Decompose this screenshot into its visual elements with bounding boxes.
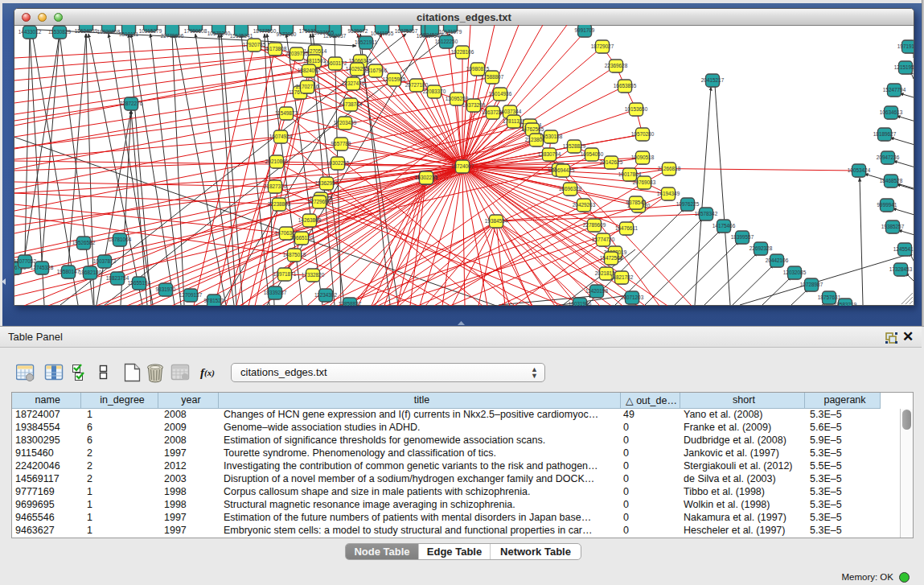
svg-text:18339287: 18339287 — [264, 290, 287, 295]
svg-text:18578342: 18578342 — [695, 211, 718, 216]
svg-text:22872276: 22872276 — [120, 101, 143, 106]
svg-text:18971871: 18971871 — [273, 271, 297, 277]
svg-text:11420198: 11420198 — [585, 288, 608, 294]
svg-text:22327476: 22327476 — [342, 80, 365, 86]
svg-text:18777560: 18777560 — [253, 28, 277, 34]
svg-text:10728987: 10728987 — [800, 282, 823, 287]
svg-text:15302275: 15302275 — [415, 175, 438, 180]
svg-text:12745328: 12745328 — [31, 265, 54, 270]
svg-text:15624039: 15624039 — [75, 28, 98, 34]
svg-text:20442106: 20442106 — [766, 257, 789, 263]
svg-text:16603172: 16603172 — [324, 60, 347, 66]
svg-text:17920785: 17920785 — [243, 42, 266, 47]
svg-text:18468528: 18468528 — [880, 178, 903, 183]
svg-text:9378543: 9378543 — [626, 200, 647, 205]
svg-text:9810111: 9810111 — [119, 31, 138, 37]
svg-text:14433012: 14433012 — [18, 29, 42, 35]
svg-text:11530829: 11530829 — [48, 29, 71, 35]
svg-text:16014936: 16014936 — [489, 91, 512, 97]
svg-text:20429263: 20429263 — [573, 202, 596, 208]
svg-text:10976225: 10976225 — [676, 201, 700, 207]
svg-text:22692328: 22692328 — [749, 245, 773, 251]
svg-text:10153650: 10153650 — [625, 106, 648, 112]
svg-text:12455413: 12455413 — [893, 246, 914, 252]
svg-text:12032085: 12032085 — [783, 270, 807, 275]
svg-text:13095259: 13095259 — [446, 96, 469, 101]
svg-text:22083370: 22083370 — [423, 89, 446, 94]
svg-text:16122250: 16122250 — [435, 39, 458, 44]
svg-text:10570280: 10570280 — [631, 131, 655, 137]
svg-text:10017864: 10017864 — [618, 171, 642, 177]
svg-text:9973060: 9973060 — [277, 31, 297, 37]
svg-text:14270514: 14270514 — [304, 48, 327, 54]
svg-text:10980815: 10980815 — [466, 66, 490, 72]
svg-text:9781527: 9781527 — [204, 298, 224, 303]
svg-text:20415217: 20415217 — [701, 77, 725, 83]
svg-text:16476611: 16476611 — [615, 225, 638, 231]
svg-text:17328453: 17328453 — [889, 266, 913, 272]
svg-text:14194349: 14194349 — [657, 191, 680, 196]
svg-text:18696328: 18696328 — [559, 186, 582, 192]
svg-text:16530188: 16530188 — [540, 134, 563, 139]
svg-text:20210801: 20210801 — [265, 159, 289, 164]
svg-text:18071203: 18071203 — [621, 295, 644, 300]
svg-text:13830794: 13830794 — [538, 151, 561, 157]
svg-text:18189627: 18189627 — [873, 131, 897, 137]
svg-text:22789609: 22789609 — [583, 222, 606, 228]
svg-text:(x): (x) — [204, 368, 215, 378]
svg-text:16031986: 16031986 — [569, 301, 592, 306]
svg-text:21266818: 21266818 — [658, 166, 681, 171]
svg-text:17588807: 17588807 — [481, 74, 504, 80]
svg-text:20769083: 20769083 — [633, 179, 656, 185]
svg-text:11549877: 11549877 — [275, 110, 298, 116]
svg-text:10579240: 10579240 — [207, 31, 231, 36]
svg-text:13774720: 13774720 — [592, 237, 615, 242]
svg-text:15472506: 15472506 — [600, 255, 623, 261]
svg-text:18362957: 18362957 — [315, 180, 339, 186]
svg-text:22729690: 22729690 — [308, 199, 331, 204]
svg-text:10215279: 10215279 — [139, 28, 162, 34]
svg-text:20947236: 20947236 — [877, 154, 900, 160]
svg-text:13167906: 13167906 — [364, 68, 388, 73]
svg-text:16653855: 16653855 — [614, 83, 637, 89]
svg-text:12151952: 12151952 — [894, 64, 914, 70]
svg-text:13528829: 13528829 — [563, 143, 586, 149]
svg-text:18583219: 18583219 — [834, 302, 857, 306]
svg-text:21702716: 21702716 — [296, 84, 319, 89]
svg-text:17990608: 17990608 — [184, 28, 207, 34]
svg-text:22369628: 22369628 — [605, 63, 628, 68]
svg-text:9657788: 9657788 — [331, 141, 351, 146]
svg-text:15247794: 15247794 — [883, 87, 906, 93]
svg-text:18781064: 18781064 — [109, 237, 132, 242]
svg-text:18824097: 18824097 — [298, 68, 321, 73]
svg-text:9629072: 9629072 — [348, 28, 368, 34]
svg-text:18823754: 18823754 — [106, 275, 129, 281]
svg-text:14263809: 14263809 — [298, 217, 322, 223]
svg-text:11077052: 11077052 — [14, 258, 36, 264]
svg-text:20727180: 20727180 — [405, 82, 429, 88]
svg-text:10634613: 10634613 — [880, 109, 903, 115]
svg-text:10521911: 10521911 — [355, 39, 377, 45]
svg-text:9831970: 9831970 — [156, 286, 176, 292]
svg-text:14875018: 14875018 — [283, 252, 306, 257]
svg-text:19526582: 19526582 — [72, 240, 96, 245]
svg-text:9999941: 9999941 — [877, 202, 897, 208]
svg-text:14762565: 14762565 — [521, 126, 544, 132]
svg-text:18724007: 18724007 — [451, 163, 474, 169]
svg-text:10441955: 10441955 — [371, 31, 394, 36]
svg-text:19920868: 19920868 — [97, 29, 121, 35]
svg-text:18757631: 18757631 — [818, 295, 841, 300]
svg-text:14738744: 14738744 — [339, 101, 363, 107]
svg-text:10090518: 10090518 — [631, 154, 655, 160]
svg-text:10037872: 10037872 — [93, 258, 117, 264]
svg-text:16954050: 16954050 — [581, 151, 604, 157]
svg-text:17203439: 17203439 — [334, 120, 357, 126]
svg-text:12709137: 12709137 — [179, 292, 203, 298]
svg-text:15135241: 15135241 — [230, 33, 253, 39]
svg-text:14175466: 14175466 — [713, 223, 736, 229]
svg-text:14037344: 14037344 — [499, 109, 522, 114]
svg-text:10053424: 10053424 — [848, 167, 871, 173]
svg-text:9991709: 9991709 — [575, 27, 595, 33]
svg-text:10373299: 10373299 — [462, 102, 486, 108]
svg-text:12015985: 12015985 — [383, 76, 406, 82]
